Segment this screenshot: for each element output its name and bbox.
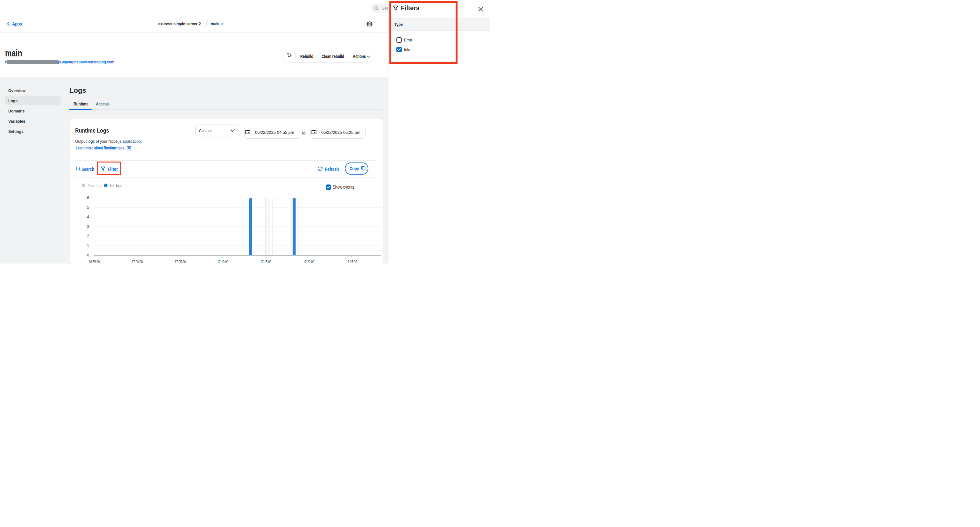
svg-text:17:10:00: 17:10:00 [218, 260, 228, 264]
svg-text:4: 4 [87, 215, 89, 219]
svg-text:2: 2 [87, 234, 89, 238]
svg-text:0: 0 [87, 253, 89, 257]
svg-text:17:05:00: 17:05:00 [175, 260, 186, 264]
svg-text:6: 6 [87, 196, 89, 200]
svg-text:17:00:00: 17:00:00 [132, 260, 143, 264]
svg-text:3: 3 [87, 224, 89, 229]
svg-text:5: 5 [87, 205, 89, 210]
svg-text:17:20:00: 17:20:00 [304, 260, 314, 264]
svg-text:17:15:00: 17:15:00 [261, 260, 271, 264]
svg-text:17:25:00: 17:25:00 [346, 260, 357, 264]
svg-text:1: 1 [87, 243, 89, 248]
svg-text:16:55:00: 16:55:00 [89, 260, 100, 264]
